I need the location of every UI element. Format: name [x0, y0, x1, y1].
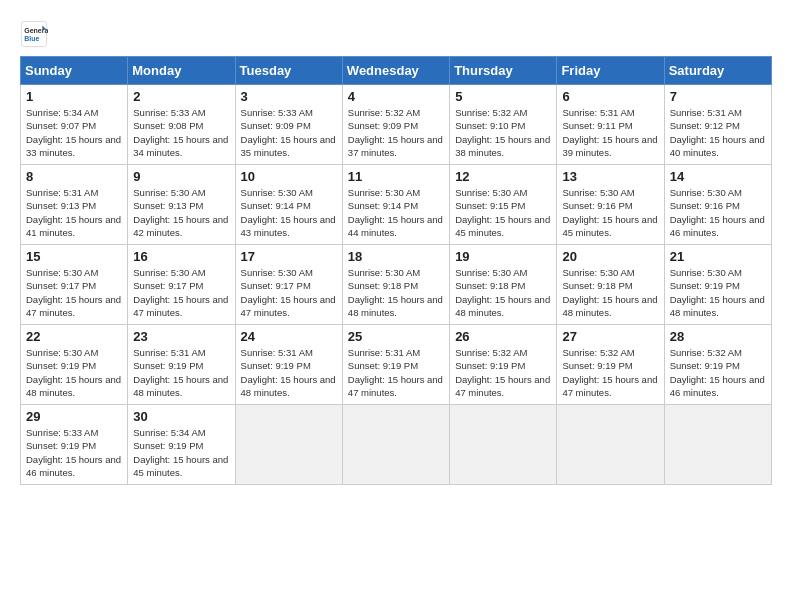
day-number: 1 [26, 89, 122, 104]
day-cell [235, 405, 342, 485]
day-number: 9 [133, 169, 229, 184]
day-cell: 19 Sunrise: 5:30 AM Sunset: 9:18 PM Dayl… [450, 245, 557, 325]
svg-text:Blue: Blue [24, 35, 39, 42]
day-info: Sunrise: 5:30 AM Sunset: 9:18 PM Dayligh… [562, 266, 658, 319]
day-cell: 14 Sunrise: 5:30 AM Sunset: 9:16 PM Dayl… [664, 165, 771, 245]
day-info: Sunrise: 5:32 AM Sunset: 9:09 PM Dayligh… [348, 106, 444, 159]
day-cell: 30 Sunrise: 5:34 AM Sunset: 9:19 PM Dayl… [128, 405, 235, 485]
day-info: Sunrise: 5:32 AM Sunset: 9:19 PM Dayligh… [562, 346, 658, 399]
day-number: 13 [562, 169, 658, 184]
day-number: 2 [133, 89, 229, 104]
day-number: 7 [670, 89, 766, 104]
day-cell [450, 405, 557, 485]
day-number: 28 [670, 329, 766, 344]
day-number: 25 [348, 329, 444, 344]
day-info: Sunrise: 5:31 AM Sunset: 9:19 PM Dayligh… [133, 346, 229, 399]
day-number: 30 [133, 409, 229, 424]
day-cell [557, 405, 664, 485]
day-cell: 22 Sunrise: 5:30 AM Sunset: 9:19 PM Dayl… [21, 325, 128, 405]
day-number: 26 [455, 329, 551, 344]
day-number: 19 [455, 249, 551, 264]
week-row-1: 1 Sunrise: 5:34 AM Sunset: 9:07 PM Dayli… [21, 85, 772, 165]
day-number: 18 [348, 249, 444, 264]
page-header: General Blue [20, 20, 772, 48]
day-number: 21 [670, 249, 766, 264]
day-cell: 25 Sunrise: 5:31 AM Sunset: 9:19 PM Dayl… [342, 325, 449, 405]
day-cell: 17 Sunrise: 5:30 AM Sunset: 9:17 PM Dayl… [235, 245, 342, 325]
header-thursday: Thursday [450, 57, 557, 85]
day-info: Sunrise: 5:33 AM Sunset: 9:19 PM Dayligh… [26, 426, 122, 479]
day-cell: 20 Sunrise: 5:30 AM Sunset: 9:18 PM Dayl… [557, 245, 664, 325]
day-cell: 4 Sunrise: 5:32 AM Sunset: 9:09 PM Dayli… [342, 85, 449, 165]
day-number: 24 [241, 329, 337, 344]
day-info: Sunrise: 5:30 AM Sunset: 9:17 PM Dayligh… [241, 266, 337, 319]
day-cell: 16 Sunrise: 5:30 AM Sunset: 9:17 PM Dayl… [128, 245, 235, 325]
week-row-3: 15 Sunrise: 5:30 AM Sunset: 9:17 PM Dayl… [21, 245, 772, 325]
day-number: 11 [348, 169, 444, 184]
svg-rect-0 [21, 21, 46, 46]
day-cell: 13 Sunrise: 5:30 AM Sunset: 9:16 PM Dayl… [557, 165, 664, 245]
day-info: Sunrise: 5:34 AM Sunset: 9:19 PM Dayligh… [133, 426, 229, 479]
header-row: SundayMondayTuesdayWednesdayThursdayFrid… [21, 57, 772, 85]
day-number: 22 [26, 329, 122, 344]
day-info: Sunrise: 5:30 AM Sunset: 9:13 PM Dayligh… [133, 186, 229, 239]
day-info: Sunrise: 5:33 AM Sunset: 9:09 PM Dayligh… [241, 106, 337, 159]
day-cell: 3 Sunrise: 5:33 AM Sunset: 9:09 PM Dayli… [235, 85, 342, 165]
day-info: Sunrise: 5:31 AM Sunset: 9:11 PM Dayligh… [562, 106, 658, 159]
week-row-2: 8 Sunrise: 5:31 AM Sunset: 9:13 PM Dayli… [21, 165, 772, 245]
day-info: Sunrise: 5:33 AM Sunset: 9:08 PM Dayligh… [133, 106, 229, 159]
day-cell: 27 Sunrise: 5:32 AM Sunset: 9:19 PM Dayl… [557, 325, 664, 405]
day-number: 27 [562, 329, 658, 344]
day-info: Sunrise: 5:30 AM Sunset: 9:18 PM Dayligh… [348, 266, 444, 319]
day-cell: 7 Sunrise: 5:31 AM Sunset: 9:12 PM Dayli… [664, 85, 771, 165]
day-cell [664, 405, 771, 485]
day-info: Sunrise: 5:30 AM Sunset: 9:15 PM Dayligh… [455, 186, 551, 239]
day-cell: 5 Sunrise: 5:32 AM Sunset: 9:10 PM Dayli… [450, 85, 557, 165]
day-info: Sunrise: 5:30 AM Sunset: 9:19 PM Dayligh… [670, 266, 766, 319]
day-number: 6 [562, 89, 658, 104]
day-cell: 2 Sunrise: 5:33 AM Sunset: 9:08 PM Dayli… [128, 85, 235, 165]
header-saturday: Saturday [664, 57, 771, 85]
day-cell: 26 Sunrise: 5:32 AM Sunset: 9:19 PM Dayl… [450, 325, 557, 405]
day-number: 16 [133, 249, 229, 264]
day-cell: 12 Sunrise: 5:30 AM Sunset: 9:15 PM Dayl… [450, 165, 557, 245]
day-cell: 29 Sunrise: 5:33 AM Sunset: 9:19 PM Dayl… [21, 405, 128, 485]
day-cell: 23 Sunrise: 5:31 AM Sunset: 9:19 PM Dayl… [128, 325, 235, 405]
day-number: 29 [26, 409, 122, 424]
day-number: 15 [26, 249, 122, 264]
day-number: 10 [241, 169, 337, 184]
day-cell: 9 Sunrise: 5:30 AM Sunset: 9:13 PM Dayli… [128, 165, 235, 245]
day-info: Sunrise: 5:34 AM Sunset: 9:07 PM Dayligh… [26, 106, 122, 159]
day-number: 14 [670, 169, 766, 184]
day-number: 5 [455, 89, 551, 104]
day-info: Sunrise: 5:30 AM Sunset: 9:14 PM Dayligh… [348, 186, 444, 239]
day-cell: 8 Sunrise: 5:31 AM Sunset: 9:13 PM Dayli… [21, 165, 128, 245]
day-info: Sunrise: 5:32 AM Sunset: 9:10 PM Dayligh… [455, 106, 551, 159]
day-cell: 21 Sunrise: 5:30 AM Sunset: 9:19 PM Dayl… [664, 245, 771, 325]
header-sunday: Sunday [21, 57, 128, 85]
day-number: 3 [241, 89, 337, 104]
day-number: 23 [133, 329, 229, 344]
day-cell [342, 405, 449, 485]
day-cell: 15 Sunrise: 5:30 AM Sunset: 9:17 PM Dayl… [21, 245, 128, 325]
day-number: 12 [455, 169, 551, 184]
header-tuesday: Tuesday [235, 57, 342, 85]
day-info: Sunrise: 5:32 AM Sunset: 9:19 PM Dayligh… [455, 346, 551, 399]
day-cell: 6 Sunrise: 5:31 AM Sunset: 9:11 PM Dayli… [557, 85, 664, 165]
day-number: 8 [26, 169, 122, 184]
header-wednesday: Wednesday [342, 57, 449, 85]
day-info: Sunrise: 5:31 AM Sunset: 9:19 PM Dayligh… [241, 346, 337, 399]
header-friday: Friday [557, 57, 664, 85]
day-info: Sunrise: 5:31 AM Sunset: 9:12 PM Dayligh… [670, 106, 766, 159]
day-cell: 18 Sunrise: 5:30 AM Sunset: 9:18 PM Dayl… [342, 245, 449, 325]
day-cell: 1 Sunrise: 5:34 AM Sunset: 9:07 PM Dayli… [21, 85, 128, 165]
logo-icon: General Blue [20, 20, 48, 48]
day-info: Sunrise: 5:30 AM Sunset: 9:14 PM Dayligh… [241, 186, 337, 239]
calendar-table: SundayMondayTuesdayWednesdayThursdayFrid… [20, 56, 772, 485]
day-number: 17 [241, 249, 337, 264]
day-cell: 10 Sunrise: 5:30 AM Sunset: 9:14 PM Dayl… [235, 165, 342, 245]
day-cell: 11 Sunrise: 5:30 AM Sunset: 9:14 PM Dayl… [342, 165, 449, 245]
day-number: 4 [348, 89, 444, 104]
day-info: Sunrise: 5:30 AM Sunset: 9:19 PM Dayligh… [26, 346, 122, 399]
day-cell: 28 Sunrise: 5:32 AM Sunset: 9:19 PM Dayl… [664, 325, 771, 405]
